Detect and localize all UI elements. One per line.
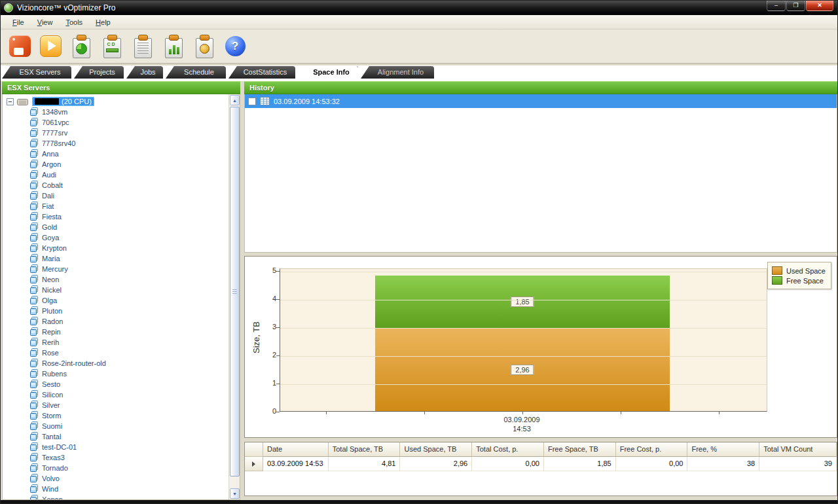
- tree-scrollbar[interactable]: ▲ ▼: [228, 94, 240, 499]
- tab-jobs[interactable]: Jobs: [126, 66, 163, 79]
- menu-tools[interactable]: Tools: [59, 16, 89, 28]
- help-button[interactable]: [223, 33, 247, 60]
- table-column-header[interactable]: Total VM Count: [759, 442, 837, 457]
- pie-report-button[interactable]: [69, 33, 94, 60]
- scroll-thumb[interactable]: [230, 107, 240, 477]
- list-report-icon: [134, 38, 152, 58]
- tree-item[interactable]: Wind: [3, 484, 240, 494]
- tree-item[interactable]: Tornado: [3, 463, 240, 473]
- tree-item[interactable]: Volvo: [3, 473, 240, 484]
- tab-esx-servers[interactable]: ESX Servers: [2, 66, 71, 79]
- schedule-report-button[interactable]: CD: [100, 33, 124, 60]
- table-row[interactable]: 03.09.2009 14:534,812,960,001,850,003839: [245, 457, 837, 471]
- tree-item[interactable]: Neon: [3, 274, 240, 285]
- tree-item[interactable]: Tantal: [3, 431, 240, 442]
- tree-item[interactable]: Cobalt: [3, 180, 240, 190]
- minimize-button[interactable]: –: [767, 1, 786, 11]
- list-report-button[interactable]: [130, 33, 155, 60]
- tree-item[interactable]: Dali: [3, 190, 240, 201]
- tree-item[interactable]: Krypton: [3, 243, 240, 253]
- table-column-header[interactable]: Free Cost, p.: [616, 442, 688, 457]
- run-button[interactable]: [38, 33, 63, 60]
- table-column-header[interactable]: Free, %: [687, 442, 759, 457]
- vm-icon: [29, 202, 39, 211]
- tree-item[interactable]: Repin: [3, 327, 240, 337]
- menu-view[interactable]: View: [31, 16, 60, 28]
- tree-item-label: Xenon: [42, 495, 63, 500]
- table-cell: 1,85: [544, 457, 616, 471]
- vm-icon: [29, 327, 39, 336]
- vm-icon: [29, 139, 39, 148]
- vm-icon: [29, 463, 39, 473]
- menu-help[interactable]: Help: [89, 16, 117, 28]
- vm-icon: [29, 432, 39, 441]
- tree-item-label: Pluton: [42, 307, 62, 315]
- tree-item[interactable]: Rubens: [3, 369, 240, 379]
- history-row-timestamp: 03.09.2009 14:53:32: [274, 98, 340, 105]
- tree-item[interactable]: 7777srv: [3, 128, 240, 138]
- scroll-up-icon[interactable]: ▲: [230, 95, 240, 105]
- legend-swatch: [772, 276, 782, 285]
- tree-item[interactable]: Argon: [3, 159, 240, 170]
- tree-item[interactable]: test-DC-01: [3, 442, 240, 452]
- tree-item[interactable]: Pluton: [3, 306, 240, 316]
- y-tick-mark: [276, 384, 280, 384]
- collapse-icon[interactable]: [7, 98, 14, 105]
- bar-value-label: 2,96: [511, 365, 534, 375]
- table-column-header[interactable]: Total Cost, p.: [472, 442, 544, 457]
- table-column-header[interactable]: Used Space, TB: [400, 442, 472, 457]
- menu-file[interactable]: File: [6, 16, 31, 28]
- server-icon: [17, 98, 29, 106]
- tree-item[interactable]: Gold: [3, 222, 240, 232]
- tree-item[interactable]: Maria: [3, 253, 240, 264]
- tree-item-root[interactable]: (20 CPU): [3, 96, 240, 107]
- tree-item[interactable]: Rose: [3, 348, 240, 358]
- table-column-header[interactable]: Date: [263, 442, 329, 457]
- tab-cost-statistics[interactable]: CostStatistics: [228, 66, 295, 79]
- tree-item[interactable]: Storm: [3, 410, 240, 421]
- save-button[interactable]: [7, 33, 32, 60]
- table-column-header[interactable]: Total Space, TB: [329, 442, 401, 457]
- tree-root-selection[interactable]: (20 CPU): [32, 97, 94, 106]
- restore-button[interactable]: ❐: [786, 1, 805, 11]
- vm-icon: [29, 390, 39, 399]
- tree-item-label: Rose: [42, 349, 59, 357]
- table-cell: 2,96: [400, 457, 472, 471]
- tree-item[interactable]: Suomi: [3, 421, 240, 431]
- tree-item[interactable]: Olga: [3, 295, 240, 306]
- chart-plot: 2,961,85: [280, 268, 767, 412]
- tree-item[interactable]: Mercury: [3, 264, 240, 274]
- tab-space-info[interactable]: Space Info: [298, 66, 358, 79]
- bar-report-button[interactable]: [161, 33, 186, 60]
- tree-item[interactable]: Audi: [3, 170, 240, 180]
- tree-item[interactable]: Texas3: [3, 452, 240, 463]
- tree-item[interactable]: 7061vpc: [3, 117, 240, 128]
- tree-item[interactable]: Goya: [3, 232, 240, 243]
- tree-item[interactable]: Nickel: [3, 285, 240, 295]
- tree-item[interactable]: Fiesta: [3, 211, 240, 222]
- vm-icon: [29, 338, 39, 347]
- tree-item[interactable]: Radon: [3, 316, 240, 327]
- tree-item[interactable]: 1348vm: [3, 107, 240, 117]
- tree-item[interactable]: Sesto: [3, 379, 240, 389]
- tree-item[interactable]: Rose-2int-router-old: [3, 358, 240, 369]
- tree-item[interactable]: Fiat: [3, 201, 240, 211]
- tree-item[interactable]: Xenon: [3, 494, 240, 500]
- tree-item[interactable]: 7778srv40: [3, 138, 240, 149]
- tree-item[interactable]: Anna: [3, 149, 240, 159]
- tree-item[interactable]: Silicon: [3, 389, 240, 400]
- table-column-header[interactable]: Free Space, TB: [544, 442, 616, 457]
- scroll-down-icon[interactable]: ▼: [230, 488, 240, 499]
- tree-item[interactable]: Rerih: [3, 337, 240, 348]
- tab-schedule[interactable]: Schedule: [166, 66, 226, 79]
- history-row[interactable]: 03.09.2009 14:53:32: [245, 94, 837, 108]
- cost-report-button[interactable]: [192, 33, 217, 60]
- tree-item-label: Neon: [42, 276, 59, 283]
- vm-icon: [29, 495, 39, 500]
- tree-item[interactable]: Silver: [3, 400, 240, 410]
- close-button[interactable]: ✕: [806, 1, 833, 11]
- tab-projects[interactable]: Projects: [74, 66, 124, 79]
- tab-alignment-info[interactable]: Alignment Info: [361, 66, 434, 79]
- history-checkbox[interactable]: [248, 98, 256, 105]
- vm-icon: [29, 296, 39, 305]
